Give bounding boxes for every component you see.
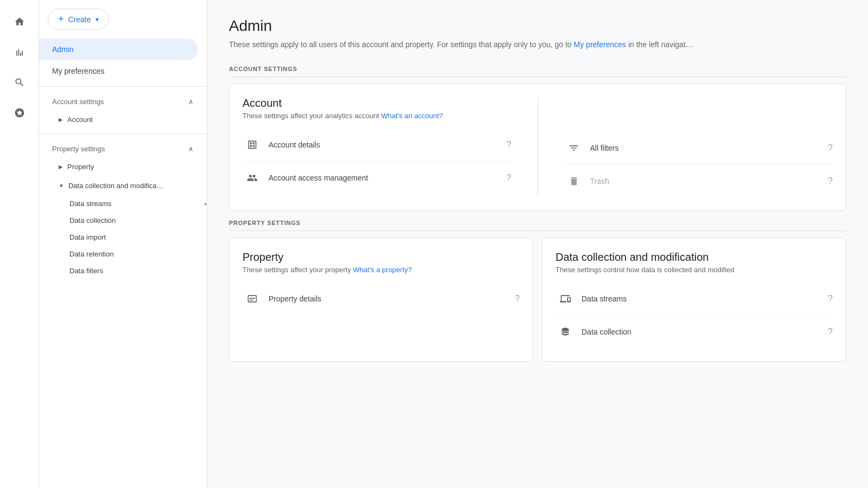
database-icon	[556, 322, 575, 342]
account-card-subtitle: These settings affect your analytics acc…	[242, 112, 512, 120]
nav-divider-1	[39, 86, 207, 87]
property-nav-sub-item[interactable]: ▶ Property	[39, 157, 207, 176]
account-access-help-icon[interactable]: ?	[507, 173, 512, 183]
account-access-row: Account access management ?	[242, 162, 512, 194]
admin-nav-item[interactable]: Admin	[39, 38, 198, 60]
data-streams-help-icon[interactable]: ?	[828, 294, 833, 304]
left-nav: + Create ▾ Admin My preferences Account …	[39, 0, 207, 488]
account-nav-sub-item[interactable]: ▶ Account	[39, 110, 207, 129]
trash-icon	[564, 171, 584, 191]
trash-row: Trash ?	[564, 165, 833, 197]
filter-icon	[564, 138, 584, 158]
search-sidebar-item[interactable]	[7, 69, 33, 95]
property-settings-section-header[interactable]: Property settings ∧	[39, 138, 207, 157]
trash-label: Trash	[590, 177, 828, 185]
create-label: Create	[68, 15, 91, 24]
account-arrow-icon: ▶	[59, 117, 63, 123]
account-settings-section-header[interactable]: Account settings ∧	[39, 91, 207, 110]
property-details-help-icon[interactable]: ?	[515, 294, 520, 304]
page-subtitle: These settings apply to all users of thi…	[229, 39, 846, 50]
data-collection-help-icon[interactable]: ?	[828, 327, 833, 337]
data-streams-nav-item[interactable]: Data streams	[39, 195, 207, 212]
data-collection-card-subtitle: These settings control how data is colle…	[556, 266, 833, 274]
property-details-row: Property details ?	[242, 282, 520, 315]
page-title: Admin	[229, 17, 846, 35]
data-collection-card: Data collection and modification These s…	[542, 237, 846, 362]
data-collection-card-title: Data collection and modification	[556, 251, 833, 264]
account-settings-label: ACCOUNT SETTINGS	[229, 66, 846, 77]
data-collection-card-label: Data collection	[582, 328, 828, 336]
data-streams-container: Data streams ←	[39, 195, 207, 212]
data-filters-nav-item[interactable]: Data filters	[39, 262, 207, 279]
property-details-icon	[242, 289, 262, 309]
table-icon	[242, 135, 262, 155]
create-button[interactable]: + Create ▾	[48, 9, 109, 30]
data-streams-card-row: Data streams ?	[556, 282, 833, 316]
property-card: Property These settings affect your prop…	[229, 237, 533, 362]
account-card-title: Account	[242, 97, 512, 110]
create-chevron-icon: ▾	[95, 16, 99, 23]
my-preferences-link[interactable]: My preferences	[574, 40, 626, 49]
main-content: Admin These settings apply to all users …	[207, 0, 868, 488]
streams-icon	[556, 289, 575, 309]
trash-help-icon[interactable]: ?	[828, 176, 833, 186]
data-retention-nav-item[interactable]: Data retention	[39, 246, 207, 262]
all-filters-label: All filters	[590, 144, 828, 152]
property-card-title: Property	[242, 251, 520, 264]
analytics-sidebar-item[interactable]	[7, 39, 33, 65]
property-arrow-icon: ▶	[59, 164, 63, 170]
people-icon	[242, 168, 262, 188]
create-plus-icon: +	[58, 14, 64, 25]
data-import-nav-item[interactable]: Data import	[39, 229, 207, 246]
account-access-label: Account access management	[269, 174, 507, 182]
data-collection-card-row: Data collection ?	[556, 316, 833, 348]
home-sidebar-item[interactable]	[7, 9, 33, 35]
nav-divider-2	[39, 133, 207, 134]
property-settings-label: PROPERTY SETTINGS	[229, 220, 846, 231]
data-collection-nav-item[interactable]: Data collection	[39, 212, 207, 229]
account-settings-chevron-icon: ∧	[188, 98, 194, 106]
account-card: Account These settings affect your analy…	[229, 84, 846, 211]
property-settings-chevron-icon: ∧	[188, 145, 194, 153]
account-details-help-icon[interactable]: ?	[507, 140, 512, 150]
property-cards-row: Property These settings affect your prop…	[229, 237, 846, 362]
whats-property-link[interactable]: What's a property?	[353, 266, 412, 274]
whats-account-link[interactable]: What's an account?	[381, 112, 443, 120]
all-filters-row: All filters ?	[564, 132, 833, 165]
account-details-row: Account details ?	[242, 129, 512, 162]
data-streams-card-label: Data streams	[582, 294, 828, 303]
all-filters-help-icon[interactable]: ?	[828, 143, 833, 153]
property-card-subtitle: These settings affect your property What…	[242, 266, 520, 274]
icon-sidebar	[0, 0, 39, 488]
my-preferences-nav-item[interactable]: My preferences	[39, 60, 198, 82]
realtime-sidebar-item[interactable]	[7, 100, 33, 126]
data-collection-nav-sub-item[interactable]: ▼ Data collection and modifica…	[39, 176, 207, 195]
data-collection-arrow-icon: ▼	[59, 183, 64, 189]
property-details-label: Property details	[269, 294, 515, 303]
account-details-label: Account details	[269, 140, 507, 149]
